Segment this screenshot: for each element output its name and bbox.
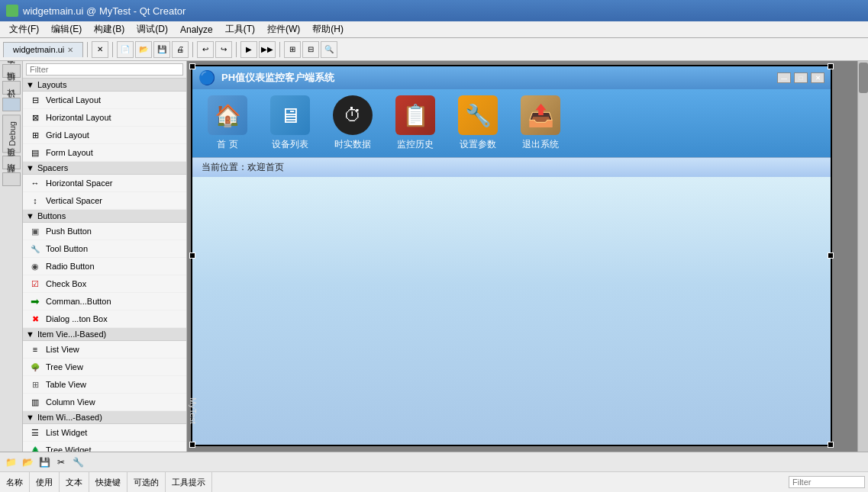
list-widget-label: List Widget (46, 428, 87, 437)
widget-item-radio-button[interactable]: Radio Button (23, 258, 186, 275)
win-maximize-button[interactable]: □ (794, 72, 808, 83)
radio-button-label: Radio Button (46, 262, 95, 271)
bottom-col-use: 使用 (30, 472, 60, 492)
nav-item-exit[interactable]: 📤 退出系统 (521, 95, 560, 151)
nav-item-history[interactable]: 📋 监控历史 (395, 95, 435, 151)
widget-item-dialog-button[interactable]: Dialog ...ton Box (23, 310, 186, 328)
title-bar: widgetmain.ui @ MyTest - Qt Creator (0, 0, 868, 21)
section-header-spacers[interactable]: ▼ Spacers (23, 162, 186, 175)
nav-label-exit: 退出系统 (522, 138, 559, 151)
design-canvas[interactable]: 🔵 PH值仪表监控客户端系统 — □ ✕ 🏠 首 页 (191, 65, 832, 446)
widget-item-grid-layout[interactable]: Grid Layout (23, 127, 186, 144)
tree-widget-label: Tree Widget (46, 445, 92, 452)
section-header-layouts[interactable]: ▼ Layouts (23, 79, 186, 92)
menu-debug[interactable]: 调试(D) (131, 21, 174, 37)
sidebar-item-design[interactable]: 设计 (2, 98, 21, 111)
widget-filter-input[interactable] (26, 63, 183, 76)
vspacer-icon (29, 195, 41, 207)
canvas-scrollbar[interactable] (857, 61, 868, 452)
app-window: 🔵 PH值仪表监控客户端系统 — □ ✕ 🏠 首 页 (192, 66, 831, 445)
command-button-label: Comman...Button (46, 297, 111, 306)
widget-item-tree-view[interactable]: Tree View (23, 359, 186, 376)
widget-item-table-view[interactable]: Table View (23, 376, 186, 394)
bottom-btn-save[interactable]: 💾 (37, 455, 52, 470)
bottom-btn-settings[interactable]: 🔧 (70, 455, 86, 470)
toolbar-btn-build[interactable]: ▶ (240, 41, 257, 58)
tab-close-icon[interactable]: ✕ (67, 46, 73, 54)
toolbar-btn-grid[interactable]: ⊞ (284, 41, 301, 58)
vertical-layout-icon (29, 94, 41, 106)
col-tooltip-label: 工具提示 (172, 477, 205, 488)
toolbar-separator (87, 42, 88, 57)
section-header-itemwidgets[interactable]: ▼ Item Wi...-Based) (23, 411, 186, 424)
hspacer-icon (29, 177, 41, 189)
widget-item-tool-button[interactable]: Tool Button (23, 240, 186, 258)
bottom-toolbar: 📁 📂 💾 ✂ 🔧 (0, 452, 868, 472)
menu-edit[interactable]: 编辑(E) (45, 21, 88, 37)
toolbar-tab-file[interactable]: widgetmain.ui ✕ (3, 42, 83, 57)
bottom-filter-area (786, 476, 868, 488)
canvas-scrollbar-thumb[interactable] (859, 63, 868, 93)
toolbar-btn-snap[interactable]: ⊟ (302, 41, 319, 58)
nav-label-devices: 设备列表 (272, 138, 308, 151)
bottom-btn-open[interactable]: 📂 (20, 455, 35, 470)
widget-item-check-box[interactable]: Check Box (23, 275, 186, 293)
nav-icon-history: 📋 (395, 95, 435, 135)
bottom-btn-cut[interactable]: ✂ (53, 455, 69, 470)
menu-help[interactable]: 帮助(H) (306, 21, 350, 37)
toolbar-btn-print[interactable]: 🖨 (172, 41, 189, 58)
section-label-buttons: Buttons (37, 211, 66, 220)
app-title-bar: 🔵 PH值仪表监控客户端系统 — □ ✕ (192, 66, 831, 89)
toolbar-btn-open[interactable]: 📂 (135, 41, 152, 58)
toolbar-btn-save[interactable]: 💾 (153, 41, 170, 58)
section-header-itemviews[interactable]: ▼ Item Vie...l-Based) (23, 328, 186, 341)
widget-item-form-layout[interactable]: Form Layout (23, 144, 186, 162)
menu-analyze[interactable]: Analyze (174, 23, 219, 37)
col-name-label: 名称 (6, 477, 23, 488)
section-header-buttons[interactable]: ▼ Buttons (23, 210, 186, 223)
widget-item-horizontal-layout[interactable]: Horizontal Layout (23, 109, 186, 127)
toolbar-btn-close[interactable]: ✕ (92, 41, 108, 58)
widget-item-tree-widget[interactable]: Tree Widget (23, 442, 186, 452)
menu-file[interactable]: 文件(F) (3, 21, 45, 37)
widget-item-list-widget[interactable]: List Widget (23, 424, 186, 442)
radio-button-icon (29, 260, 41, 272)
win-minimize-button[interactable]: — (777, 72, 791, 83)
toolbar-btn-redo[interactable]: ↪ (215, 41, 232, 58)
bottom-col-optional: 可选的 (127, 472, 166, 492)
widget-item-hspacer[interactable]: Horizontal Spacer (23, 175, 186, 192)
widget-item-list-view[interactable]: List View (23, 341, 186, 359)
sidebar-item-edit[interactable]: 编辑 (2, 81, 21, 95)
nav-item-realtime[interactable]: ⏱ 时实数据 (333, 95, 373, 151)
menu-tools[interactable]: 工具(T) (219, 21, 261, 37)
toolbar-separator-5 (279, 42, 280, 57)
widget-item-vspacer[interactable]: Vertical Spacer (23, 192, 186, 210)
toolbar-btn-new[interactable]: 📄 (117, 41, 134, 58)
sidebar-item-help[interactable]: 帮助 (2, 172, 21, 186)
bottom-btn-new[interactable]: 📁 (3, 455, 18, 470)
toolbar-btn-zoom[interactable]: 🔍 (321, 41, 337, 58)
dialog-button-icon (29, 313, 41, 325)
menu-build[interactable]: 构建(B) (88, 21, 131, 37)
win-close-button[interactable]: ✕ (811, 72, 824, 83)
tree-view-icon (29, 361, 41, 373)
menu-controls[interactable]: 控件(W) (261, 21, 306, 37)
nav-item-home[interactable]: 🏠 首 页 (208, 95, 247, 151)
widget-item-push-button[interactable]: Push Button (23, 223, 186, 240)
section-arrow-spacers: ▼ (26, 163, 34, 172)
nav-label-home: 首 页 (217, 138, 237, 151)
nav-item-devices[interactable]: 🖥 设备列表 (270, 95, 310, 151)
canvas-area[interactable]: 🔵 PH值仪表监控客户端系统 — □ ✕ 🏠 首 页 (187, 61, 868, 452)
filter-row (23, 61, 186, 79)
sidebar-item-project[interactable]: 项目 (2, 156, 21, 169)
sidebar-item-debug[interactable]: Debug (2, 114, 21, 153)
toolbar-btn-run[interactable]: ▶▶ (259, 41, 276, 58)
widget-item-vertical-layout[interactable]: Vertical Layout (23, 92, 186, 109)
sidebar-item-welcome[interactable]: 欢迎 (2, 64, 21, 78)
selection-handle-tr (828, 63, 834, 69)
toolbar-btn-undo[interactable]: ↩ (197, 41, 214, 58)
widget-item-column-view[interactable]: Column View (23, 394, 186, 411)
widget-item-command-button[interactable]: Comman...Button (23, 293, 186, 310)
bottom-filter-input[interactable] (789, 476, 865, 488)
nav-item-settings[interactable]: 🔧 设置参数 (458, 95, 498, 151)
